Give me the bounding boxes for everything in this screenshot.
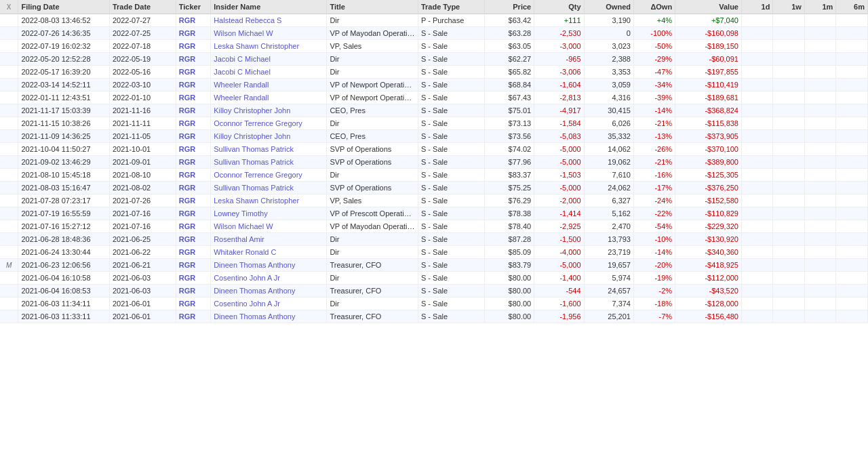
col-header-qty[interactable]: Qty [534, 0, 584, 14]
delta-own: -29% [633, 53, 675, 66]
insider-name[interactable]: Whitaker Ronald C [211, 246, 327, 259]
filing-date: 2021-08-10 15:45:18 [18, 169, 110, 182]
col-header-ticker[interactable]: Ticker [176, 0, 210, 14]
value: -$60,091 [675, 53, 742, 66]
insider-name[interactable]: Wheeler Randall [211, 79, 327, 91]
value: +$7,040 [675, 14, 742, 27]
trade-date: 2021-07-16 [109, 220, 176, 233]
insider-name[interactable]: Dineen Thomas Anthony [211, 285, 327, 297]
insider-name[interactable]: Oconnor Terrence Gregory [211, 117, 327, 130]
insider-name[interactable]: Rosenthal Amir [211, 233, 327, 246]
insider-name[interactable]: Wilson Michael W [211, 27, 327, 40]
insider-name[interactable]: Lowney Timothy [211, 207, 327, 220]
insider-name[interactable]: Dineen Thomas Anthony [211, 310, 327, 323]
qty: -3,006 [534, 66, 584, 79]
insider-name[interactable]: Cosentino John A Jr [211, 297, 327, 310]
1d [741, 169, 772, 182]
col-header-6m[interactable]: 6m [836, 0, 868, 14]
x-marker [0, 53, 18, 66]
col-header-1d[interactable]: 1d [741, 0, 772, 14]
ticker: RGR [176, 66, 210, 79]
x-marker [0, 169, 18, 182]
1d [741, 310, 772, 323]
delta-own: -7% [633, 310, 675, 323]
price: $80.00 [484, 285, 534, 297]
insider-name[interactable]: Dineen Thomas Anthony [211, 259, 327, 272]
qty: -5,000 [534, 143, 584, 156]
col-header-insider-name[interactable]: Insider Name [211, 0, 327, 14]
1m [804, 220, 835, 233]
trade-date: 2021-11-11 [109, 117, 176, 130]
col-header-down[interactable]: ΔOwn [633, 0, 675, 14]
title: VP of Newport Operations [327, 79, 418, 91]
insider-name[interactable]: Halstead Rebecca S [211, 14, 327, 27]
col-header-filing[interactable]: Filing Date [18, 0, 110, 14]
trade-date: 2021-09-01 [109, 156, 176, 169]
insider-name[interactable]: Sullivan Thomas Patrick [211, 156, 327, 169]
trade-date: 2021-11-16 [109, 104, 176, 117]
title: Treasurer, CFO [327, 259, 418, 272]
1m [804, 259, 835, 272]
1w [773, 117, 804, 130]
insider-name[interactable]: Leska Shawn Christopher [211, 194, 327, 207]
col-header-value[interactable]: Value [675, 0, 742, 14]
title: SVP of Operations [327, 182, 418, 194]
1d [741, 130, 772, 143]
insider-name[interactable]: Wilson Michael W [211, 220, 327, 233]
col-header-title[interactable]: Title [327, 0, 418, 14]
x-marker [0, 91, 18, 104]
trade-type: S - Sale [418, 66, 484, 79]
insider-name[interactable]: Jacobi C Michael [211, 66, 327, 79]
1w [773, 143, 804, 156]
1d [741, 259, 772, 272]
price: $77.96 [484, 156, 534, 169]
insider-name[interactable]: Killoy Christopher John [211, 104, 327, 117]
1w [773, 246, 804, 259]
col-header-price[interactable]: Price [484, 0, 534, 14]
x-marker [0, 14, 18, 27]
col-header-trade-type[interactable]: Trade Type [418, 0, 484, 14]
title: Dir [327, 66, 418, 79]
insider-name[interactable]: Wheeler Randall [211, 91, 327, 104]
col-header-1m[interactable]: 1m [804, 0, 835, 14]
qty: -5,083 [534, 130, 584, 143]
1w [773, 14, 804, 27]
1d [741, 285, 772, 297]
price: $80.00 [484, 272, 534, 285]
1d [741, 182, 772, 194]
qty: -1,503 [534, 169, 584, 182]
1m [804, 53, 835, 66]
insider-name[interactable]: Oconnor Terrence Gregory [211, 169, 327, 182]
col-header-owned[interactable]: Owned [584, 0, 633, 14]
1w [773, 169, 804, 182]
insider-name[interactable]: Cosentino John A Jr [211, 272, 327, 285]
insider-name[interactable]: Jacobi C Michael [211, 53, 327, 66]
x-marker [0, 297, 18, 310]
6m [836, 285, 868, 297]
col-header-trade[interactable]: Trade Date [109, 0, 176, 14]
6m [836, 259, 868, 272]
insider-name[interactable]: Leska Shawn Christopher [211, 40, 327, 53]
qty: -544 [534, 285, 584, 297]
filing-date: 2021-07-28 07:23:17 [18, 194, 110, 207]
insider-name[interactable]: Killoy Christopher John [211, 130, 327, 143]
trade-type: S - Sale [418, 79, 484, 91]
insider-name[interactable]: Sullivan Thomas Patrick [211, 182, 327, 194]
qty: -4,000 [534, 246, 584, 259]
delta-own: -26% [633, 143, 675, 156]
insider-name[interactable]: Sullivan Thomas Patrick [211, 143, 327, 156]
table-row: 2021-10-04 11:50:272021-10-01RGRSullivan… [0, 143, 868, 156]
table-row: 2021-08-03 15:16:472021-08-02RGRSullivan… [0, 182, 868, 194]
owned: 24,062 [584, 182, 633, 194]
owned: 30,415 [584, 104, 633, 117]
6m [836, 117, 868, 130]
col-header-1w[interactable]: 1w [773, 0, 804, 14]
table-row: 2021-07-19 16:55:592021-07-16RGRLowney T… [0, 207, 868, 220]
delta-own: -34% [633, 79, 675, 91]
qty: -5,000 [534, 156, 584, 169]
ticker: RGR [176, 272, 210, 285]
value: -$376,250 [675, 182, 742, 194]
1w [773, 233, 804, 246]
filing-date: 2021-06-03 11:34:11 [18, 297, 110, 310]
table-row: 2021-06-04 16:10:582021-06-03RGRCosentin… [0, 272, 868, 285]
